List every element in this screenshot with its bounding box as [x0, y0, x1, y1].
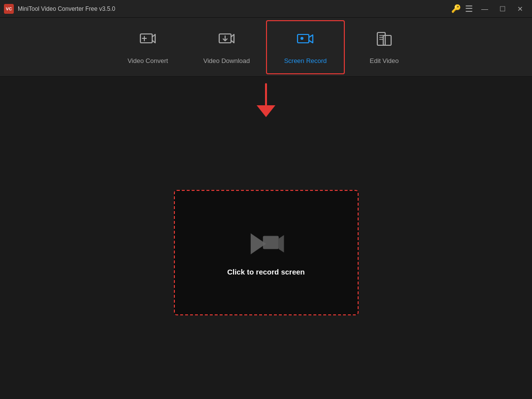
nav-item-screen-record[interactable]: Screen Record: [266, 20, 345, 74]
camera-icon-wrapper: [246, 229, 286, 259]
title-bar-left: VC MiniTool Video Converter Free v3.5.0: [4, 4, 115, 14]
svg-rect-8: [383, 35, 391, 45]
screen-record-icon: [296, 30, 315, 52]
nav-label-video-download: Video Download: [203, 57, 250, 64]
camera-video-icon: [246, 229, 286, 259]
svg-marker-13: [257, 105, 275, 117]
edit-video-icon: [375, 30, 394, 52]
nav-label-video-convert: Video Convert: [128, 57, 168, 64]
nav-bar: Video Convert Video Download Screen Reco…: [0, 18, 532, 77]
key-icon: 🔑: [451, 4, 461, 13]
menu-icon[interactable]: ☰: [465, 3, 473, 14]
maximize-button[interactable]: ☐: [495, 2, 510, 16]
main-content: Click to record screen: [0, 77, 532, 399]
title-bar-controls: — ☐ ✕: [477, 2, 528, 16]
nav-item-video-download[interactable]: Video Download: [187, 20, 266, 74]
record-label: Click to record screen: [227, 268, 305, 276]
nav-item-edit-video[interactable]: Edit Video: [345, 20, 424, 74]
video-convert-icon: [138, 30, 157, 52]
svg-rect-7: [377, 32, 385, 45]
close-button[interactable]: ✕: [512, 2, 528, 16]
nav-item-video-convert[interactable]: Video Convert: [108, 20, 187, 74]
nav-label-screen-record: Screen Record: [284, 57, 327, 64]
svg-point-6: [300, 37, 303, 40]
record-area[interactable]: Click to record screen: [174, 190, 359, 315]
video-download-icon: [217, 30, 236, 52]
app-title: MiniTool Video Converter Free v3.5.0: [18, 5, 115, 12]
app-logo: VC: [4, 4, 14, 14]
nav-label-edit-video: Edit Video: [369, 57, 399, 64]
minimize-button[interactable]: —: [477, 2, 493, 16]
arrow-indicator: [249, 82, 283, 119]
title-bar: VC MiniTool Video Converter Free v3.5.0 …: [0, 0, 532, 18]
svg-rect-15: [263, 236, 279, 249]
title-bar-extra: 🔑 ☰: [451, 3, 473, 14]
